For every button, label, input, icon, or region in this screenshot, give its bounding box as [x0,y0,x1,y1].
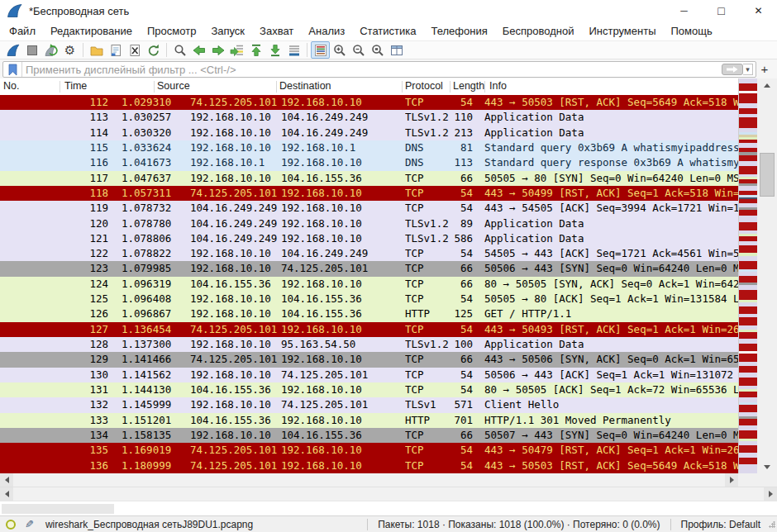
column-header-no[interactable]: No. [3,80,19,92]
packet-row[interactable]: 1361.18099974.125.205.101192.168.10.10TC… [0,458,738,473]
horizontal-scrollbar[interactable] [0,473,738,487]
menu-item-7[interactable]: Телефония [423,23,494,39]
column-header-destination[interactable]: Destination [279,80,331,92]
packet-row[interactable]: 1121.02931074.125.205.101192.168.10.10TC… [0,95,738,110]
menu-item-5[interactable]: Анализ [301,23,352,39]
expert-info-icon[interactable] [6,520,16,530]
column-separator[interactable] [154,81,155,93]
packet-row[interactable]: 1331.151201104.16.155.36192.168.10.10HTT… [0,413,738,428]
find-packet-button[interactable] [170,41,189,59]
zoom-in-button[interactable] [330,41,349,59]
packet-row[interactable]: 1341.158135192.168.10.10104.16.155.36TCP… [0,428,738,443]
minimize-button[interactable]: ─ [665,0,703,21]
menu-item-10[interactable]: Помощь [664,23,720,39]
vertical-scrollbar[interactable] [757,78,777,473]
cell-time: 1.180999 [112,458,190,473]
menu-item-1[interactable]: Редактирование [43,23,140,39]
scroll-right-button[interactable] [725,473,738,487]
column-header-source[interactable]: Source [157,80,190,92]
save-file-button[interactable] [106,41,125,59]
menu-item-9[interactable]: Инструменты [581,23,663,39]
packet-row[interactable]: 1181.05731174.125.205.101192.168.10.10TC… [0,186,738,201]
capture-options-button[interactable]: ⚙ [60,41,79,59]
column-separator[interactable] [402,81,403,93]
scroll-left-button[interactable] [0,473,13,487]
cell-no: 129 [0,352,112,367]
menu-item-3[interactable]: Запуск [203,23,252,39]
column-header-time[interactable]: Time [64,80,87,92]
restart-capture-button[interactable] [41,41,60,59]
menu-item-4[interactable]: Захват [252,23,301,39]
go-last-packet-button[interactable] [265,41,284,59]
cell-dst: 192.168.10.10 [281,458,405,473]
close-file-button[interactable] [125,41,144,59]
menu-item-6[interactable]: Статистика [352,23,423,39]
cell-src: 74.125.205.101 [190,95,281,110]
cell-proto: TCP [405,186,453,201]
resize-grip[interactable] [769,521,775,528]
zoom-out-button[interactable] [349,41,368,59]
scroll-up-button[interactable] [757,78,777,92]
go-back-button[interactable] [189,41,208,59]
scroll-down-button[interactable] [757,460,777,473]
open-file-button[interactable] [87,41,106,59]
packet-row[interactable]: 1201.078780104.16.249.249192.168.10.10TL… [0,216,738,231]
column-separator[interactable] [60,81,60,93]
packet-row[interactable]: 1171.047637192.168.10.10104.16.155.36TCP… [0,171,738,186]
packet-row[interactable]: 1281.137300192.168.10.1095.163.54.50TLSv… [0,337,738,352]
column-header-info[interactable]: Info [489,80,507,92]
profile-label[interactable]: Профиль: Default [671,519,770,530]
packet-row[interactable]: 1151.033624192.168.10.10192.168.10.1DNS8… [0,140,738,155]
filter-dropdown-caret[interactable]: ▾ [743,64,753,75]
go-first-packet-button[interactable] [246,41,265,59]
menu-item-8[interactable]: Беспроводной [495,23,582,39]
maximize-button[interactable]: □ [703,0,740,21]
colorize-packets-button[interactable] [311,41,330,59]
cell-no: 120 [0,216,112,231]
packet-row[interactable]: 1221.078822192.168.10.10104.16.249.249TC… [0,246,738,261]
resize-columns-button[interactable] [387,41,406,59]
packet-row[interactable]: 1251.096408192.168.10.10104.16.155.36TCP… [0,292,738,306]
packet-row[interactable]: 1311.144130104.16.155.36192.168.10.10TCP… [0,382,738,397]
auto-scroll-button[interactable] [284,41,303,59]
apply-filter-button[interactable] [722,64,743,75]
packet-row[interactable]: 1301.141562192.168.10.1074.125.205.101TC… [0,368,738,382]
display-filter-input[interactable] [22,64,722,76]
menu-item-2[interactable]: Просмотр [140,23,203,39]
scroll-left-button-2[interactable] [0,487,13,501]
vertical-scroll-thumb[interactable] [760,153,775,197]
packet-row[interactable]: 1131.030257192.168.10.10104.16.249.249TL… [0,110,738,125]
stop-capture-button[interactable] [22,41,41,59]
horizontal-scrollbar-2[interactable] [0,487,777,501]
packet-row[interactable]: 1191.078732104.16.249.249192.168.10.10TC… [0,201,738,216]
cell-src: 192.168.10.10 [190,368,281,382]
start-capture-button[interactable] [3,41,22,59]
packet-row[interactable]: 1231.079985192.168.10.1074.125.205.101TC… [0,261,738,276]
scrollbar-minimap[interactable] [738,78,757,473]
packet-row[interactable]: 1291.14146674.125.205.101192.168.10.10TC… [0,352,738,367]
go-to-packet-button[interactable] [227,41,246,59]
packet-row[interactable]: 1211.078806104.16.249.249192.168.10.10TL… [0,231,738,246]
column-header-protocol[interactable]: Protocol [405,80,443,92]
packet-row[interactable]: 1161.041673192.168.10.1192.168.10.10DNS1… [0,155,738,170]
packet-row[interactable]: 1261.096867192.168.10.10104.16.155.36HTT… [0,306,738,321]
scroll-right-button-2[interactable] [764,487,777,501]
menu-item-0[interactable]: Файл [2,23,43,39]
add-filter-button[interactable]: + [757,61,772,76]
zoom-original-button[interactable] [368,41,387,59]
reload-file-button[interactable] [144,41,163,59]
column-header-length[interactable]: Length [453,80,484,92]
packet-row[interactable]: 1351.16901974.125.205.101192.168.10.10TC… [0,443,738,458]
go-forward-button[interactable] [208,41,227,59]
column-separator[interactable] [276,81,277,93]
minimap-stripe [739,392,757,397]
filter-bookmark-button[interactable] [3,62,22,77]
packet-row[interactable]: 1141.030320192.168.10.10104.16.249.249TL… [0,126,738,140]
packet-row[interactable]: 1271.13645474.125.205.101192.168.10.10TC… [0,322,738,337]
capture-comment-icon[interactable]: ✎ [25,518,34,530]
close-button[interactable]: ✕ [740,0,777,21]
packet-row[interactable]: 1241.096319104.16.155.36192.168.10.10TCP… [0,277,738,292]
packet-row[interactable]: 1321.145999192.168.10.1074.125.205.101TL… [0,397,738,412]
column-separator[interactable] [450,81,450,93]
column-separator[interactable] [484,81,485,93]
